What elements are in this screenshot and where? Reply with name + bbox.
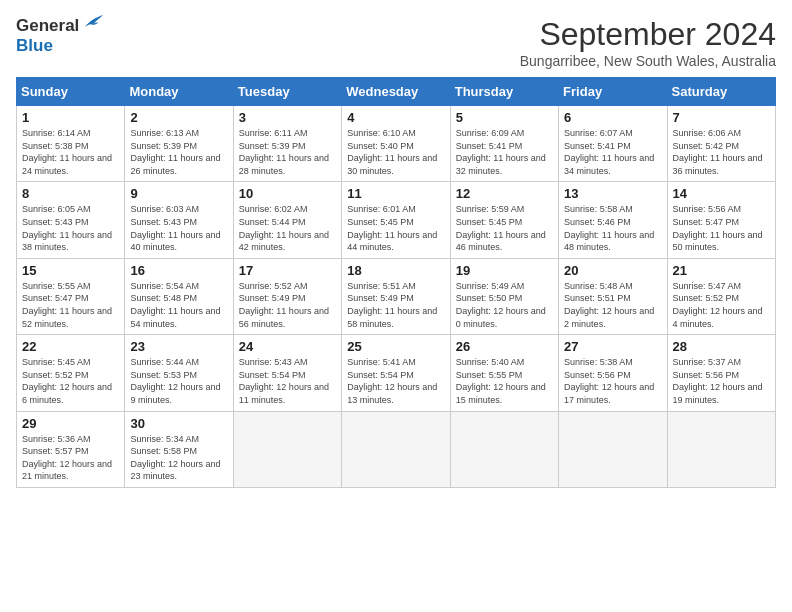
title-block: September 2024 Bungarribee, New South Wa… bbox=[520, 16, 776, 69]
calendar-day-cell bbox=[342, 411, 450, 487]
calendar-day-cell: 22Sunrise: 5:45 AMSunset: 5:52 PMDayligh… bbox=[17, 335, 125, 411]
day-info: Sunrise: 5:48 AMSunset: 5:51 PMDaylight:… bbox=[564, 280, 661, 330]
day-info: Sunrise: 5:54 AMSunset: 5:48 PMDaylight:… bbox=[130, 280, 227, 330]
day-info: Sunrise: 5:41 AMSunset: 5:54 PMDaylight:… bbox=[347, 356, 444, 406]
calendar-day-cell: 7Sunrise: 6:06 AMSunset: 5:42 PMDaylight… bbox=[667, 106, 775, 182]
day-number: 24 bbox=[239, 339, 336, 354]
calendar-day-cell: 9Sunrise: 6:03 AMSunset: 5:43 PMDaylight… bbox=[125, 182, 233, 258]
calendar-day-cell: 13Sunrise: 5:58 AMSunset: 5:46 PMDayligh… bbox=[559, 182, 667, 258]
day-info: Sunrise: 6:03 AMSunset: 5:43 PMDaylight:… bbox=[130, 203, 227, 253]
calendar-day-cell: 29Sunrise: 5:36 AMSunset: 5:57 PMDayligh… bbox=[17, 411, 125, 487]
day-number: 7 bbox=[673, 110, 770, 125]
day-number: 18 bbox=[347, 263, 444, 278]
day-number: 28 bbox=[673, 339, 770, 354]
day-number: 12 bbox=[456, 186, 553, 201]
day-number: 26 bbox=[456, 339, 553, 354]
day-info: Sunrise: 5:34 AMSunset: 5:58 PMDaylight:… bbox=[130, 433, 227, 483]
day-number: 13 bbox=[564, 186, 661, 201]
day-number: 2 bbox=[130, 110, 227, 125]
day-number: 19 bbox=[456, 263, 553, 278]
day-info: Sunrise: 6:02 AMSunset: 5:44 PMDaylight:… bbox=[239, 203, 336, 253]
day-number: 25 bbox=[347, 339, 444, 354]
logo: General Blue bbox=[16, 16, 105, 56]
day-info: Sunrise: 5:37 AMSunset: 5:56 PMDaylight:… bbox=[673, 356, 770, 406]
day-info: Sunrise: 6:01 AMSunset: 5:45 PMDaylight:… bbox=[347, 203, 444, 253]
day-info: Sunrise: 6:10 AMSunset: 5:40 PMDaylight:… bbox=[347, 127, 444, 177]
col-header-monday: Monday bbox=[125, 78, 233, 106]
day-number: 16 bbox=[130, 263, 227, 278]
calendar-table: SundayMondayTuesdayWednesdayThursdayFrid… bbox=[16, 77, 776, 488]
calendar-header-row: SundayMondayTuesdayWednesdayThursdayFrid… bbox=[17, 78, 776, 106]
day-number: 23 bbox=[130, 339, 227, 354]
day-info: Sunrise: 5:45 AMSunset: 5:52 PMDaylight:… bbox=[22, 356, 119, 406]
day-number: 20 bbox=[564, 263, 661, 278]
col-header-tuesday: Tuesday bbox=[233, 78, 341, 106]
calendar-week-row: 8Sunrise: 6:05 AMSunset: 5:43 PMDaylight… bbox=[17, 182, 776, 258]
calendar-day-cell: 27Sunrise: 5:38 AMSunset: 5:56 PMDayligh… bbox=[559, 335, 667, 411]
day-info: Sunrise: 5:38 AMSunset: 5:56 PMDaylight:… bbox=[564, 356, 661, 406]
day-number: 5 bbox=[456, 110, 553, 125]
col-header-sunday: Sunday bbox=[17, 78, 125, 106]
calendar-day-cell: 14Sunrise: 5:56 AMSunset: 5:47 PMDayligh… bbox=[667, 182, 775, 258]
calendar-week-row: 1Sunrise: 6:14 AMSunset: 5:38 PMDaylight… bbox=[17, 106, 776, 182]
day-info: Sunrise: 6:07 AMSunset: 5:41 PMDaylight:… bbox=[564, 127, 661, 177]
logo-general: General bbox=[16, 16, 79, 36]
day-number: 4 bbox=[347, 110, 444, 125]
calendar-day-cell: 6Sunrise: 6:07 AMSunset: 5:41 PMDaylight… bbox=[559, 106, 667, 182]
calendar-day-cell: 10Sunrise: 6:02 AMSunset: 5:44 PMDayligh… bbox=[233, 182, 341, 258]
calendar-day-cell: 18Sunrise: 5:51 AMSunset: 5:49 PMDayligh… bbox=[342, 258, 450, 334]
calendar-day-cell bbox=[667, 411, 775, 487]
calendar-day-cell: 24Sunrise: 5:43 AMSunset: 5:54 PMDayligh… bbox=[233, 335, 341, 411]
day-number: 1 bbox=[22, 110, 119, 125]
calendar-day-cell: 8Sunrise: 6:05 AMSunset: 5:43 PMDaylight… bbox=[17, 182, 125, 258]
calendar-day-cell: 15Sunrise: 5:55 AMSunset: 5:47 PMDayligh… bbox=[17, 258, 125, 334]
day-number: 29 bbox=[22, 416, 119, 431]
col-header-friday: Friday bbox=[559, 78, 667, 106]
calendar-day-cell: 19Sunrise: 5:49 AMSunset: 5:50 PMDayligh… bbox=[450, 258, 558, 334]
col-header-saturday: Saturday bbox=[667, 78, 775, 106]
calendar-day-cell: 4Sunrise: 6:10 AMSunset: 5:40 PMDaylight… bbox=[342, 106, 450, 182]
page-header: General Blue September 2024 Bungarribee,… bbox=[16, 16, 776, 69]
day-number: 11 bbox=[347, 186, 444, 201]
day-info: Sunrise: 5:36 AMSunset: 5:57 PMDaylight:… bbox=[22, 433, 119, 483]
day-info: Sunrise: 6:13 AMSunset: 5:39 PMDaylight:… bbox=[130, 127, 227, 177]
calendar-day-cell: 26Sunrise: 5:40 AMSunset: 5:55 PMDayligh… bbox=[450, 335, 558, 411]
calendar-day-cell: 11Sunrise: 6:01 AMSunset: 5:45 PMDayligh… bbox=[342, 182, 450, 258]
day-number: 15 bbox=[22, 263, 119, 278]
day-info: Sunrise: 6:09 AMSunset: 5:41 PMDaylight:… bbox=[456, 127, 553, 177]
day-info: Sunrise: 5:56 AMSunset: 5:47 PMDaylight:… bbox=[673, 203, 770, 253]
day-number: 8 bbox=[22, 186, 119, 201]
day-number: 17 bbox=[239, 263, 336, 278]
logo-blue: Blue bbox=[16, 36, 53, 55]
calendar-day-cell: 1Sunrise: 6:14 AMSunset: 5:38 PMDaylight… bbox=[17, 106, 125, 182]
calendar-day-cell bbox=[559, 411, 667, 487]
day-info: Sunrise: 5:40 AMSunset: 5:55 PMDaylight:… bbox=[456, 356, 553, 406]
day-info: Sunrise: 5:55 AMSunset: 5:47 PMDaylight:… bbox=[22, 280, 119, 330]
day-info: Sunrise: 5:52 AMSunset: 5:49 PMDaylight:… bbox=[239, 280, 336, 330]
day-info: Sunrise: 6:05 AMSunset: 5:43 PMDaylight:… bbox=[22, 203, 119, 253]
calendar-day-cell: 21Sunrise: 5:47 AMSunset: 5:52 PMDayligh… bbox=[667, 258, 775, 334]
logo-bird-icon bbox=[83, 13, 105, 35]
calendar-day-cell: 16Sunrise: 5:54 AMSunset: 5:48 PMDayligh… bbox=[125, 258, 233, 334]
calendar-week-row: 22Sunrise: 5:45 AMSunset: 5:52 PMDayligh… bbox=[17, 335, 776, 411]
calendar-day-cell: 12Sunrise: 5:59 AMSunset: 5:45 PMDayligh… bbox=[450, 182, 558, 258]
day-number: 27 bbox=[564, 339, 661, 354]
location-text: Bungarribee, New South Wales, Australia bbox=[520, 53, 776, 69]
calendar-day-cell: 30Sunrise: 5:34 AMSunset: 5:58 PMDayligh… bbox=[125, 411, 233, 487]
calendar-day-cell: 28Sunrise: 5:37 AMSunset: 5:56 PMDayligh… bbox=[667, 335, 775, 411]
day-number: 14 bbox=[673, 186, 770, 201]
calendar-week-row: 29Sunrise: 5:36 AMSunset: 5:57 PMDayligh… bbox=[17, 411, 776, 487]
day-number: 30 bbox=[130, 416, 227, 431]
day-number: 6 bbox=[564, 110, 661, 125]
calendar-day-cell: 23Sunrise: 5:44 AMSunset: 5:53 PMDayligh… bbox=[125, 335, 233, 411]
calendar-day-cell: 2Sunrise: 6:13 AMSunset: 5:39 PMDaylight… bbox=[125, 106, 233, 182]
day-info: Sunrise: 5:51 AMSunset: 5:49 PMDaylight:… bbox=[347, 280, 444, 330]
day-number: 10 bbox=[239, 186, 336, 201]
col-header-wednesday: Wednesday bbox=[342, 78, 450, 106]
day-number: 22 bbox=[22, 339, 119, 354]
day-info: Sunrise: 6:11 AMSunset: 5:39 PMDaylight:… bbox=[239, 127, 336, 177]
day-info: Sunrise: 5:43 AMSunset: 5:54 PMDaylight:… bbox=[239, 356, 336, 406]
calendar-day-cell bbox=[233, 411, 341, 487]
day-number: 21 bbox=[673, 263, 770, 278]
col-header-thursday: Thursday bbox=[450, 78, 558, 106]
